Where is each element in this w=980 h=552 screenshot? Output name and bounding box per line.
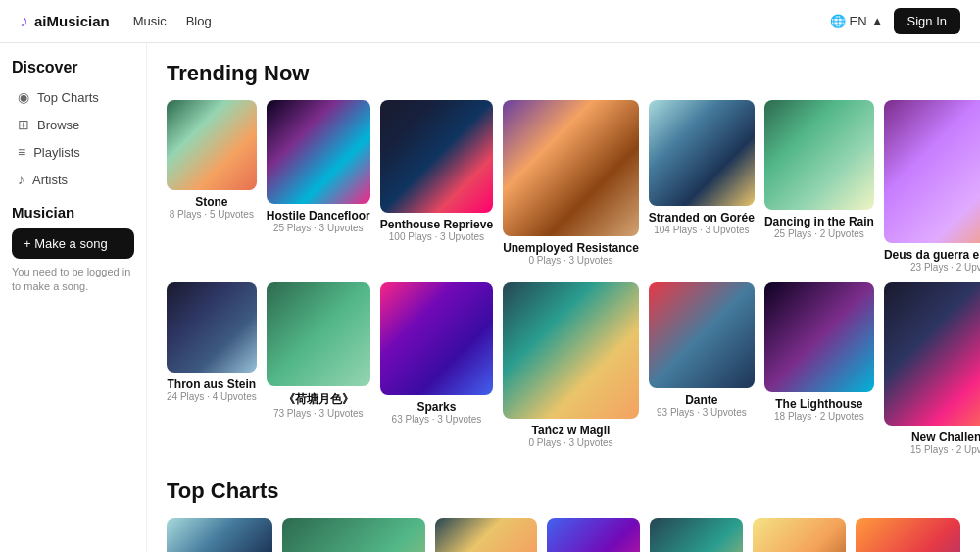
globe-icon: 🌐 <box>830 14 846 28</box>
music-card[interactable]: Dante93 Plays · 3 Upvotes <box>649 282 755 455</box>
music-card[interactable]: Thron aus Stein24 Plays · 4 Upvotes <box>167 282 257 455</box>
lang-selector[interactable]: 🌐 EN ▲ <box>830 14 884 28</box>
card-meta: 23 Plays · 2 Upvotes <box>884 262 980 273</box>
sidebar-item-label: Artists <box>32 173 68 187</box>
card-meta: 0 Plays · 3 Upvotes <box>503 255 639 266</box>
card-name: Dancing in the Rain <box>764 215 874 228</box>
music-card[interactable]: A pint of beer66 Plays · 2 Upvotes <box>547 518 640 552</box>
header: ♪ aiMusician Music Blog 🌐 EN ▲ Sign In <box>0 0 980 43</box>
card-thumbnail <box>764 282 874 392</box>
card-meta: 15 Plays · 2 Upvotes <box>884 444 980 455</box>
discover-title: Discover <box>12 59 134 76</box>
music-card[interactable]: On s'était donné rendez...97 Plays · 1 U… <box>282 518 425 552</box>
sidebar-item-label: Browse <box>37 118 79 132</box>
nav-blog[interactable]: Blog <box>186 14 212 28</box>
music-card[interactable]: New Challenger15 Plays · 2 Upvotes <box>884 282 980 455</box>
card-thumbnail <box>884 282 980 426</box>
card-thumbnail <box>167 282 257 373</box>
card-name: Thron aus Stein <box>167 377 257 391</box>
card-thumbnail <box>267 100 370 204</box>
music-card[interactable]: Sparks63 Plays · 3 Upvotes <box>380 282 493 455</box>
music-card[interactable]: Dancing in the Rain25 Plays · 2 Upvotes <box>764 100 874 273</box>
make-song-button[interactable]: + Make a song <box>12 228 134 259</box>
card-thumbnail <box>547 518 640 552</box>
music-card[interactable]: Penthouse Reprieve100 Plays · 3 Upvotes <box>380 100 493 273</box>
card-meta: 93 Plays · 3 Upvotes <box>649 407 755 418</box>
card-name: Stone <box>167 195 257 209</box>
card-meta: 104 Plays · 3 Upvotes <box>649 225 755 235</box>
music-card[interactable]: Unemployed Resistance0 Plays · 3 Upvotes <box>503 100 639 273</box>
card-name: Penthouse Reprieve <box>380 218 493 231</box>
card-thumbnail <box>282 518 425 552</box>
music-card[interactable]: The Lighthouse18 Plays · 2 Upvotes <box>764 282 874 455</box>
card-name: New Challenger <box>884 430 980 444</box>
card-thumbnail <box>267 282 370 386</box>
card-meta: 24 Plays · 4 Upvotes <box>167 391 257 402</box>
nav-music[interactable]: Music <box>133 14 167 28</box>
card-name: Tańcz w Magii <box>503 424 639 437</box>
logo[interactable]: ♪ aiMusician <box>20 11 110 31</box>
card-thumbnail <box>167 100 257 190</box>
sign-in-button[interactable]: Sign In <box>894 8 960 34</box>
music-card[interactable]: Tańcz w Magii0 Plays · 3 Upvotes <box>503 282 639 455</box>
trending-title: Trending Now <box>167 61 960 86</box>
card-meta: 0 Plays · 3 Upvotes <box>503 437 639 448</box>
trending-grid: Stone8 Plays · 5 UpvotesHostile Danceflo… <box>167 100 960 455</box>
music-card[interactable]: Stranded on Gorée104 Plays · 3 Upvotes <box>649 100 755 273</box>
card-thumbnail <box>435 518 537 552</box>
card-name: Unemployed Resistance <box>503 241 639 255</box>
card-thumbnail <box>649 100 755 206</box>
music-card[interactable]: Deus da guerra e do am...23 Plays · 2 Up… <box>884 100 980 273</box>
chevron-icon: ▲ <box>871 14 884 28</box>
card-meta: 100 Plays · 3 Upvotes <box>380 231 493 242</box>
musician-title: Musician <box>12 204 134 221</box>
card-thumbnail <box>380 100 493 213</box>
logo-text: aiMusician <box>34 13 110 29</box>
artists-icon: ♪ <box>18 172 24 187</box>
lang-label: EN <box>850 14 867 28</box>
music-card[interactable]: Stranded on Gorée104 Plays · 3 Upvotes <box>167 518 272 552</box>
music-card[interactable]: Hostile Dancefloor25 Plays · 3 Upvotes <box>267 100 370 273</box>
card-thumbnail <box>650 518 743 552</box>
sidebar-item-top-charts[interactable]: ◉ Top Charts <box>12 84 134 110</box>
card-thumbnail <box>764 100 874 210</box>
sidebar-item-label: Playlists <box>33 145 80 160</box>
logo-icon: ♪ <box>20 11 28 31</box>
card-name: The Lighthouse <box>764 397 874 411</box>
card-thumbnail <box>167 518 272 552</box>
content-area: Trending Now Stone8 Plays · 5 UpvotesHos… <box>147 43 980 552</box>
card-name: Sparks <box>380 400 493 414</box>
sidebar-item-browse[interactable]: ⊞ Browse <box>12 112 134 137</box>
card-meta: 25 Plays · 3 Upvotes <box>267 223 370 233</box>
top-charts-grid: Stranded on Gorée104 Plays · 3 UpvotesOn… <box>167 518 960 552</box>
card-thumbnail <box>503 282 639 419</box>
browse-icon: ⊞ <box>18 117 29 132</box>
card-name: Deus da guerra e do am... <box>884 248 980 262</box>
music-card[interactable]: The Final Pour41 Plays · 1 Upvotes <box>753 518 846 552</box>
music-card[interactable]: 《荷塘月色》73 Plays · 3 Upvotes <box>267 282 370 455</box>
music-card[interactable]: Chasing Rainbows33 Plays · 1 Upvotes <box>856 518 960 552</box>
card-thumbnail <box>649 282 755 388</box>
card-thumbnail <box>380 282 493 395</box>
sidebar-item-artists[interactable]: ♪ Artists <box>12 167 134 192</box>
music-card[interactable]: Alien Symphony 278 Plays · 1 Upvotes <box>435 518 537 552</box>
header-nav: Music Blog <box>133 14 212 28</box>
card-thumbnail <box>884 100 980 243</box>
playlists-icon: ≡ <box>18 144 25 160</box>
card-meta: 18 Plays · 2 Upvotes <box>764 411 874 422</box>
card-thumbnail <box>856 518 960 552</box>
music-card[interactable]: Conditions62 Plays · 1 Upvotes <box>650 518 743 552</box>
top-charts-icon: ◉ <box>18 89 29 105</box>
sidebar-item-playlists[interactable]: ≡ Playlists <box>12 139 134 165</box>
sidebar-item-label: Top Charts <box>37 90 99 105</box>
card-meta: 25 Plays · 2 Upvotes <box>764 228 874 239</box>
app-container: ♪ aiMusician Music Blog 🌐 EN ▲ Sign In D… <box>0 0 980 552</box>
header-right: 🌐 EN ▲ Sign In <box>830 8 960 34</box>
card-thumbnail <box>503 100 639 236</box>
card-meta: 73 Plays · 3 Upvotes <box>267 408 370 419</box>
card-name: Hostile Dancefloor <box>267 209 370 223</box>
top-charts-title: Top Charts <box>167 478 960 504</box>
music-card[interactable]: Stone8 Plays · 5 Upvotes <box>167 100 257 273</box>
card-meta: 8 Plays · 5 Upvotes <box>167 209 257 220</box>
sidebar: Discover ◉ Top Charts ⊞ Browse ≡ Playlis… <box>0 43 147 552</box>
